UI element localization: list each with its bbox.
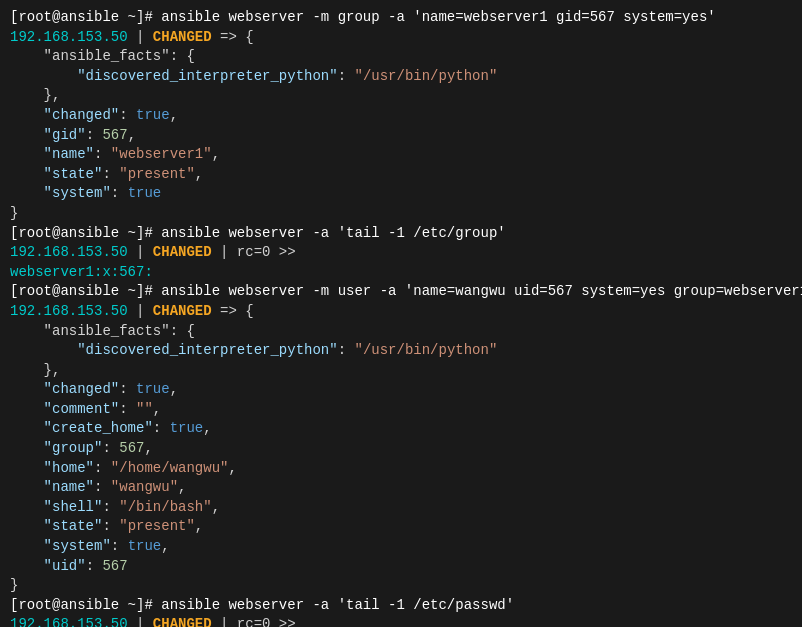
terminal: [root@ansible ~]# ansible webserver -m g…	[10, 8, 792, 627]
terminal-line: "ansible_facts": {	[10, 322, 792, 342]
terminal-line: },	[10, 86, 792, 106]
terminal-line: "uid": 567	[10, 557, 792, 577]
terminal-line: }	[10, 204, 792, 224]
terminal-line: [root@ansible ~]# ansible webserver -m g…	[10, 8, 792, 28]
terminal-line: "changed": true,	[10, 106, 792, 126]
terminal-line: "gid": 567,	[10, 126, 792, 146]
terminal-line: "state": "present",	[10, 165, 792, 185]
terminal-line: 192.168.153.50 | CHANGED => {	[10, 28, 792, 48]
terminal-line: "name": "wangwu",	[10, 478, 792, 498]
terminal-line: 192.168.153.50 | CHANGED | rc=0 >>	[10, 243, 792, 263]
terminal-line: "state": "present",	[10, 517, 792, 537]
terminal-line: "discovered_interpreter_python": "/usr/b…	[10, 341, 792, 361]
terminal-line: "comment": "",	[10, 400, 792, 420]
terminal-line: "discovered_interpreter_python": "/usr/b…	[10, 67, 792, 87]
terminal-line: [root@ansible ~]# ansible webserver -m u…	[10, 282, 792, 302]
terminal-line: 192.168.153.50 | CHANGED | rc=0 >>	[10, 615, 792, 627]
terminal-line: "system": true,	[10, 537, 792, 557]
terminal-line: "group": 567,	[10, 439, 792, 459]
terminal-line: "system": true	[10, 184, 792, 204]
terminal-line: "home": "/home/wangwu",	[10, 459, 792, 479]
terminal-line: [root@ansible ~]# ansible webserver -a '…	[10, 596, 792, 616]
terminal-line: "name": "webserver1",	[10, 145, 792, 165]
terminal-line: 192.168.153.50 | CHANGED => {	[10, 302, 792, 322]
terminal-line: }	[10, 576, 792, 596]
terminal-line: "create_home": true,	[10, 419, 792, 439]
terminal-line: },	[10, 361, 792, 381]
terminal-line: "ansible_facts": {	[10, 47, 792, 67]
terminal-line: "changed": true,	[10, 380, 792, 400]
terminal-line: webserver1:x:567:	[10, 263, 792, 283]
terminal-line: "shell": "/bin/bash",	[10, 498, 792, 518]
terminal-line: [root@ansible ~]# ansible webserver -a '…	[10, 224, 792, 244]
